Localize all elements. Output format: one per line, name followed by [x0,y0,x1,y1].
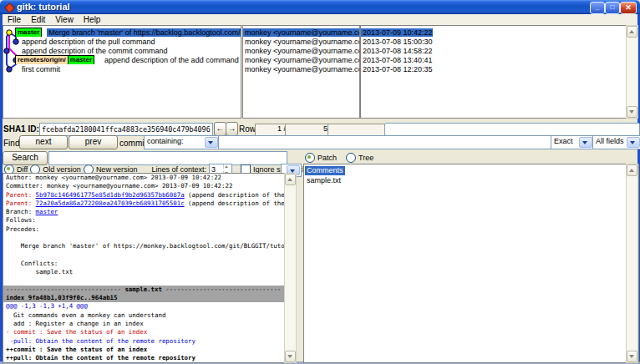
search-button[interactable]: Search [3,151,48,165]
date-column-panel[interactable]: 2013-07-09 10:42:222013-07-08 15:00:3020… [360,25,627,119]
commit-row[interactable]: append description of the pull command [3,37,241,46]
diff-line: -pull: Obtain the content of the remote … [3,337,285,346]
date-cell[interactable]: 2013-07-09 10:42:22 [361,28,626,37]
diff-line: ------------------------------- sample.t… [3,286,285,294]
commit-row[interactable]: masterMerge branch 'master' of https://b… [3,28,241,37]
sha1-input[interactable] [39,123,213,136]
diff-line: Parent: 5b978c1464961775e85d1dbf9b2d9635… [3,191,285,200]
scroll-down-icon[interactable] [627,351,637,362]
menu-view[interactable]: View [50,14,79,25]
diff-text: add : Register a change in an index [6,320,144,327]
date-text: 2013-07-08 14:58:22 [361,47,433,55]
ref-label[interactable]: remotes/origin/ [15,55,69,64]
file-list-scrollbar[interactable] [626,164,638,363]
author-cell[interactable]: monkey <yourname@yourname.com> [243,46,359,55]
author-cell[interactable]: monkey <yourname@yourname.com> [243,64,359,73]
author-column-panel[interactable]: monkey <yourname@yourname.com>monkey <yo… [242,25,360,119]
tree-radio-label: Tree [358,154,373,162]
tree-radio[interactable] [346,153,356,163]
ref-label[interactable]: master [15,28,42,37]
file-item[interactable]: Comments [305,166,345,175]
diff-line: Conflicts: [3,260,285,268]
patch-radio[interactable] [305,153,315,163]
chevron-down-icon[interactable] [627,137,640,148]
sha-link[interactable]: 72a20a5da86a272208ea247039cb68931705501c [36,200,185,207]
author-text: monkey <yourname@yourname.com> [243,56,359,64]
commit-headline[interactable]: append description of the pull command [20,38,157,46]
file-list-row[interactable]: sample.txt [305,175,638,185]
commit-headline[interactable]: Merge branch 'master' of https://backlog… [47,28,241,37]
spinner-up-icon[interactable] [223,164,231,169]
diff-text: Conflicts: [6,260,58,267]
detail-scrollbar[interactable] [284,173,297,363]
diff-text: (append description of the [185,191,285,199]
chevron-down-icon[interactable] [205,137,218,148]
find-match-dropdown[interactable]: Exact [551,135,594,149]
file-item[interactable]: sample.txt [305,176,343,185]
diff-text: @@@ -1,3 -1,3 +1,4 @@@ [6,302,88,310]
menu-edit[interactable]: Edit [26,14,50,25]
date-cell[interactable]: 2013-07-08 12:20:35 [361,64,626,73]
window-title: gitk: tutorial [17,2,70,12]
gitk-app-icon [4,3,13,12]
find-fields-dropdown[interactable]: All fields [592,135,640,149]
diff-line: Committer: monkey <yourname@yourname.com… [3,182,285,190]
diff-line: Author: monkey <yourname@yourname.com> 2… [3,174,285,182]
diff-text: sample.txt [124,286,162,293]
diff-line: - commit : Save the status of an index [3,328,285,336]
history-forward-button[interactable]: → [226,122,238,136]
commit-row[interactable]: first commit [3,64,241,73]
find-type-value: containing: [147,137,184,145]
date-cell[interactable]: 2013-07-08 15:00:30 [361,37,626,46]
commit-row[interactable]: remotes/origin/masterappend description … [3,55,241,64]
history-back-button[interactable]: ← [214,122,226,136]
row-label: Row [239,124,256,134]
commit-list-scrollbar[interactable] [626,25,638,119]
author-cell[interactable]: monkey <yourname@yourname.com> [243,55,359,64]
scroll-up-icon[interactable] [285,174,296,185]
sha1-label: SHA1 ID: [3,124,39,134]
find-commit-label[interactable]: commit [119,139,146,148]
date-cell[interactable]: 2013-07-08 14:58:22 [361,46,626,55]
find-type-dropdown[interactable]: containing: [144,135,220,149]
scroll-down-icon[interactable] [627,106,637,118]
ref-label[interactable]: master [68,55,94,64]
scroll-up-icon[interactable] [627,26,637,38]
title-bar[interactable]: gitk: tutorial _ □ ✕ [0,0,640,14]
date-text: 2013-07-08 12:20:35 [361,65,433,73]
author-cell[interactable]: monkey <yourname@yourname.com> [243,37,359,46]
find-prev-button[interactable]: prev [69,135,118,149]
diff-text: ------------------------------- [162,286,281,293]
sha-link[interactable]: master [36,208,58,215]
scroll-up-icon[interactable] [627,164,637,176]
commit-graph-panel[interactable]: masterMerge branch 'master' of https://b… [3,25,241,119]
file-list-row[interactable]: Comments [305,165,638,175]
commit-headline[interactable]: append description of the add command [103,56,241,64]
find-next-button[interactable]: next [19,135,68,149]
diff-search-input[interactable] [48,151,287,165]
date-cell[interactable]: 2013-07-08 13:40:41 [361,55,626,64]
diff-text: ++pull: Obtain the content of the remote… [6,354,196,361]
commit-headline[interactable]: append description of the commit command [20,47,170,55]
sha-link[interactable]: 5b978c1464961775e85d1dbf9b2d96357bb6087a [36,191,185,199]
scroll-down-icon[interactable] [285,351,296,362]
file-list-panel[interactable]: Commentssample.txt [303,164,639,363]
maximize-button[interactable]: □ [605,2,620,14]
progress-field [384,123,640,136]
menu-help[interactable]: Help [79,14,106,25]
diff-line [3,251,285,260]
find-string-input[interactable] [218,135,552,149]
menu-file[interactable]: File [3,14,26,25]
minimize-button[interactable]: _ [590,2,605,14]
commit-detail-panel[interactable]: Author: monkey <yourname@yourname.com> 2… [3,173,286,363]
diff-line: add : Register a change in an index [3,320,285,328]
date-text: 2013-07-08 13:40:41 [361,56,433,64]
author-cell[interactable]: monkey <yourname@yourname.com> [243,28,359,37]
menu-bar: FileEditViewHelp [3,14,637,26]
author-text: monkey <yourname@yourname.com> [243,28,359,37]
close-button[interactable]: ✕ [620,2,637,14]
commit-headline[interactable]: first commit [20,65,62,73]
diff-text: ------------------------------- [6,286,124,293]
chevron-down-icon[interactable] [579,137,592,148]
commit-row[interactable]: append description of the commit command [3,46,241,55]
